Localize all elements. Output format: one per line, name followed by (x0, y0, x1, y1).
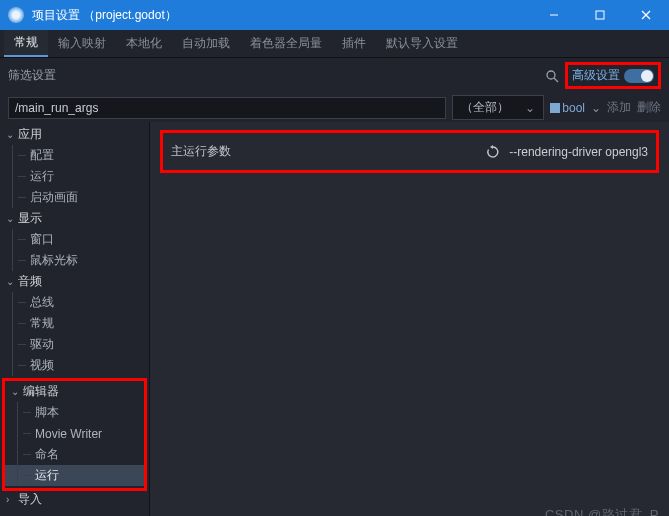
tree-node-audio[interactable]: ⌄音频 (0, 271, 149, 292)
main-panel: 主运行参数 --rendering-driver opengl3 CSDN @路… (150, 122, 669, 516)
tab-shader-globals[interactable]: 着色器全局量 (240, 30, 332, 57)
delete-button[interactable]: 删除 (637, 99, 661, 116)
editor-section-highlight: ⌄编辑器 脚本 Movie Writer 命名 运行 (2, 378, 147, 491)
tree-node-app-config[interactable]: 配置 (0, 145, 149, 166)
category-dropdown[interactable]: （全部） ⌄ (452, 95, 544, 120)
chevron-down-icon: ⌄ (6, 129, 16, 140)
svg-point-4 (547, 71, 555, 79)
tree-node-audio-bus[interactable]: 总线 (0, 292, 149, 313)
type-pill[interactable]: bool ⌄ (550, 101, 601, 115)
advanced-settings-label: 高级设置 (572, 67, 620, 84)
bool-icon (550, 103, 560, 113)
tree-node-editor-movie[interactable]: Movie Writer (5, 423, 144, 444)
tab-autoload[interactable]: 自动加载 (172, 30, 240, 57)
filter-label: 筛选设置 (8, 67, 56, 84)
svg-rect-1 (596, 11, 604, 19)
chevron-down-icon: ⌄ (6, 213, 16, 224)
add-button[interactable]: 添加 (607, 99, 631, 116)
maximize-button[interactable] (577, 0, 623, 30)
tree-node-audio-video[interactable]: 视频 (0, 355, 149, 376)
chevron-down-icon: ⌄ (6, 276, 16, 287)
tree-node-editor[interactable]: ⌄编辑器 (5, 381, 144, 402)
filter-row: 筛选设置 高级设置 (0, 58, 669, 93)
watermark: CSDN @路过君_P (545, 506, 659, 516)
tab-plugins[interactable]: 插件 (332, 30, 376, 57)
svg-line-5 (554, 78, 558, 82)
window-title: 项目设置 （project.godot） (32, 7, 531, 24)
tree-node-display-cursor[interactable]: 鼠标光标 (0, 250, 149, 271)
category-dropdown-label: （全部） (461, 99, 509, 116)
property-value[interactable]: --rendering-driver opengl3 (509, 145, 648, 159)
property-highlight: 主运行参数 --rendering-driver opengl3 (160, 130, 659, 173)
app-logo-icon (8, 7, 24, 23)
tree-node-audio-driver[interactable]: 驱动 (0, 334, 149, 355)
property-name: 主运行参数 (171, 143, 231, 160)
path-row: （全部） ⌄ bool ⌄ 添加 删除 (0, 93, 669, 122)
tab-general[interactable]: 常规 (4, 30, 48, 57)
advanced-settings-toggle[interactable] (624, 69, 654, 83)
tree-node-editor-script[interactable]: 脚本 (5, 402, 144, 423)
chevron-down-icon: ⌄ (11, 386, 21, 397)
tab-default-import[interactable]: 默认导入设置 (376, 30, 468, 57)
setting-path-input[interactable] (8, 97, 446, 119)
advanced-settings-highlight: 高级设置 (565, 62, 661, 89)
tree-node-editor-run[interactable]: 运行 (5, 465, 144, 486)
chevron-down-icon: ⌄ (591, 101, 601, 115)
tree-node-editor-naming[interactable]: 命名 (5, 444, 144, 465)
type-label: bool (562, 101, 585, 115)
tree-node-app-boot[interactable]: 启动画面 (0, 187, 149, 208)
minimize-button[interactable] (531, 0, 577, 30)
tree-node-import[interactable]: ›导入 (0, 489, 149, 510)
tree-node-audio-general[interactable]: 常规 (0, 313, 149, 334)
close-button[interactable] (623, 0, 669, 30)
reset-button[interactable] (485, 144, 501, 160)
chevron-right-icon: › (6, 494, 16, 505)
tab-input-map[interactable]: 输入映射 (48, 30, 116, 57)
tree-node-app-run[interactable]: 运行 (0, 166, 149, 187)
chevron-down-icon: ⌄ (525, 101, 535, 115)
title-bar: 项目设置 （project.godot） (0, 0, 669, 30)
tree-node-display[interactable]: ⌄显示 (0, 208, 149, 229)
tab-bar: 常规 输入映射 本地化 自动加载 着色器全局量 插件 默认导入设置 (0, 30, 669, 58)
reset-icon (486, 145, 500, 159)
tree-node-app[interactable]: ⌄应用 (0, 124, 149, 145)
content-body: ⌄应用 配置 运行 启动画面 ⌄显示 窗口 鼠标光标 ⌄音频 总线 常规 驱动 … (0, 122, 669, 516)
tree-node-display-window[interactable]: 窗口 (0, 229, 149, 250)
search-icon[interactable] (545, 69, 559, 83)
tab-localization[interactable]: 本地化 (116, 30, 172, 57)
settings-tree: ⌄应用 配置 运行 启动画面 ⌄显示 窗口 鼠标光标 ⌄音频 总线 常规 驱动 … (0, 122, 149, 510)
sidebar: ⌄应用 配置 运行 启动画面 ⌄显示 窗口 鼠标光标 ⌄音频 总线 常规 驱动 … (0, 122, 150, 516)
